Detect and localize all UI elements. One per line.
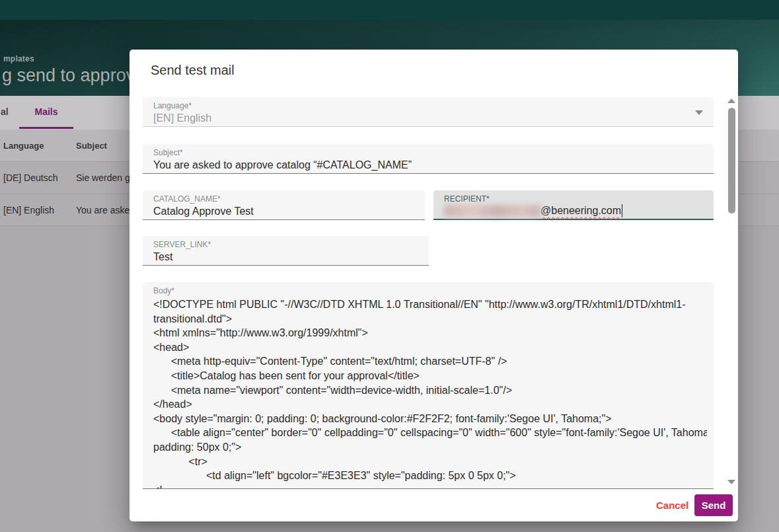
dialog-title: Send test mail [151, 63, 235, 78]
cancel-button[interactable]: Cancel [646, 494, 699, 516]
row-language: [EN] English [3, 194, 54, 226]
recipient-field[interactable]: RECIPIENT* @beneering.com [433, 190, 714, 220]
server-link-field[interactable]: SERVER_LINK* Test [143, 236, 429, 266]
row-subject: You are asked [76, 194, 135, 226]
row-subject: Sie werden ge [76, 162, 135, 194]
language-select[interactable]: Language* [EN] English [143, 97, 714, 127]
subject-label: Subject* [153, 148, 183, 157]
send-button[interactable]: Send [694, 494, 733, 516]
scrollbar-down-icon[interactable] [727, 480, 735, 484]
screen: mplates g send to approval r al Mails La… [0, 0, 779, 532]
recipient-email-domain: @beneering.com [540, 205, 621, 217]
active-tab-underline [19, 127, 73, 129]
catalog-name-label: CATALOG_NAME* [153, 194, 221, 204]
scrollbar-thumb[interactable] [728, 108, 735, 213]
body-label: Body* [153, 286, 174, 295]
subject-field[interactable]: Subject* You are asked to approve catalo… [143, 144, 714, 174]
app-top-bar [0, 0, 779, 20]
scrollbar-up-icon[interactable] [727, 98, 735, 103]
catalog-name-field[interactable]: CATALOG_NAME* Catalog Approve Test [143, 190, 425, 220]
body-field[interactable]: Body* <!DOCTYPE html PUBLIC "-//W3C//DTD… [143, 282, 714, 489]
language-value: [EN] English [153, 112, 211, 124]
breadcrumb: mplates [3, 54, 34, 63]
recipient-value: @beneering.com [444, 204, 622, 217]
dialog-actions: Cancel Send [130, 489, 738, 521]
server-link-label: SERVER_LINK* [153, 240, 211, 249]
column-header-subject: Subject [76, 130, 107, 161]
body-value[interactable]: <!DOCTYPE html PUBLIC "-//W3C//DTD XHTML… [153, 297, 707, 488]
row-language: [DE] Deutsch [3, 162, 57, 194]
send-test-mail-dialog: Send test mail Language* [EN] English Su… [130, 50, 738, 521]
server-link-value: Test [153, 251, 172, 263]
text-cursor [622, 204, 622, 217]
language-label: Language* [153, 101, 192, 110]
tab-general-partial[interactable]: al [1, 96, 9, 128]
column-header-language: Language [3, 130, 44, 161]
recipient-label: RECIPIENT* [444, 194, 490, 204]
tab-mails[interactable]: Mails [19, 96, 73, 128]
catalog-name-value: Catalog Approve Test [153, 206, 254, 217]
subject-value: You are asked to approve catalog “#CATAL… [153, 159, 412, 171]
chevron-down-icon[interactable] [695, 110, 703, 115]
redacted-email-name [444, 205, 540, 217]
